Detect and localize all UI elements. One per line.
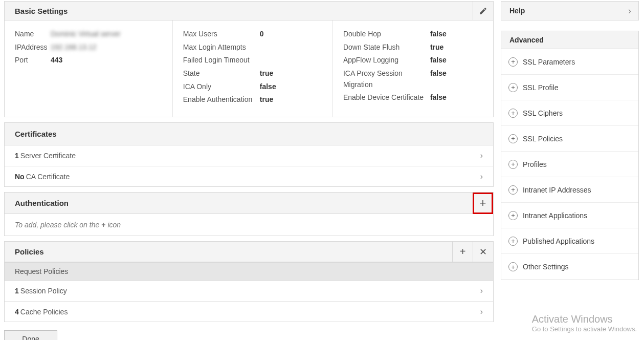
appflow-value: false [430, 55, 447, 66]
session-policy-label: Session Policy [20, 287, 67, 295]
authentication-title: Authentication [15, 199, 69, 207]
authentication-add-button[interactable]: + [473, 193, 493, 214]
down-state-value: true [430, 42, 443, 53]
state-label: State [183, 68, 260, 79]
state-value: true [260, 68, 273, 79]
circle-plus-icon: + [508, 57, 518, 67]
policies-title: Policies [15, 247, 44, 256]
ca-certificate-row[interactable]: NoCA Certificate › [5, 166, 493, 186]
adv-item-intranet-ip[interactable]: + Intranet IP Addresses [501, 177, 638, 203]
device-cert-label: Enable Device Certificate [343, 92, 430, 103]
basic-col-2: Max Users0 Max Login Attempts Failed Log… [173, 20, 333, 117]
adv-item-label: Other Settings [523, 263, 569, 271]
cache-policies-row[interactable]: 4Cache Policies › [5, 301, 493, 322]
port-label: Port [15, 55, 51, 66]
hint-prefix: To add, please click on the [15, 221, 99, 229]
adv-item-label: SSL Ciphers [523, 109, 563, 117]
ca-cert-label: CA Certificate [26, 173, 70, 181]
adv-item-ssl-profile[interactable]: + SSL Profile [501, 75, 638, 100]
circle-plus-icon: + [508, 237, 518, 246]
ica-proxy-label: ICA Proxy Session Migration [343, 68, 430, 90]
plus-icon: + [460, 246, 466, 258]
adv-item-label: SSL Parameters [523, 58, 575, 66]
circle-plus-icon: + [508, 160, 518, 169]
plus-icon: + [480, 197, 486, 210]
adv-item-ssl-policies[interactable]: + SSL Policies [501, 126, 638, 152]
adv-item-label: SSL Profile [523, 83, 559, 92]
ip-label: IPAddress [15, 42, 51, 53]
port-value: 443 [51, 55, 62, 66]
adv-item-label: Published Applications [523, 237, 594, 245]
name-value: Dominic Virtual server [51, 29, 121, 40]
failed-timeout-label: Failed Login Timeout [183, 55, 260, 66]
server-cert-label: Server Certificate [20, 152, 76, 160]
adv-item-label: Intranet IP Addresses [523, 186, 591, 194]
circle-plus-icon: + [508, 185, 518, 195]
session-policy-row[interactable]: 1Session Policy › [5, 281, 493, 301]
authentication-panel: Authentication + To add, please click on… [4, 192, 494, 236]
enable-auth-label: Enable Authentication [183, 94, 260, 105]
cache-policies-label: Cache Policies [20, 308, 68, 316]
chevron-right-icon: › [480, 307, 483, 316]
session-policy-count: 1 [15, 287, 19, 295]
appflow-label: AppFlow Logging [343, 55, 430, 66]
adv-item-ssl-ciphers[interactable]: + SSL Ciphers [501, 100, 638, 126]
circle-plus-icon: + [508, 134, 518, 143]
adv-item-label: Intranet Applications [523, 211, 587, 220]
basic-col-3: Double Hopfalse Down State Flushtrue App… [333, 20, 493, 117]
chevron-right-icon: › [480, 151, 483, 160]
max-users-value: 0 [260, 29, 264, 40]
circle-plus-icon: + [508, 211, 518, 220]
hint-plus: + [101, 221, 105, 229]
server-cert-count: 1 [15, 152, 19, 160]
double-hop-label: Double Hop [343, 29, 430, 40]
basic-settings-title: Basic Settings [15, 7, 68, 15]
adv-item-label: Profiles [523, 160, 547, 168]
policies-subheader: Request Policies [5, 262, 493, 281]
close-icon: ✕ [479, 246, 487, 258]
chevron-right-icon: › [480, 172, 483, 181]
edit-button[interactable] [473, 2, 493, 20]
adv-item-ssl-parameters[interactable]: + SSL Parameters [501, 49, 638, 75]
adv-item-intranet-apps[interactable]: + Intranet Applications [501, 203, 638, 228]
basic-settings-panel: Basic Settings NameDominic Virtual serve… [4, 1, 494, 117]
chevron-right-icon: › [628, 6, 631, 16]
hint-suffix: icon [107, 221, 121, 229]
policies-add-button[interactable]: + [452, 242, 473, 262]
advanced-title: Advanced [509, 36, 544, 44]
cache-policies-count: 4 [15, 308, 19, 316]
name-label: Name [15, 29, 51, 40]
ica-proxy-value: false [430, 68, 447, 90]
circle-plus-icon: + [508, 109, 518, 118]
ca-cert-count: No [15, 173, 25, 181]
authentication-hint: To add, please click on the + icon [5, 214, 493, 236]
max-login-label: Max Login Attempts [183, 42, 260, 53]
max-users-label: Max Users [183, 29, 260, 40]
double-hop-value: false [430, 29, 447, 40]
enable-auth-value: true [260, 94, 273, 105]
chevron-right-icon: › [480, 286, 483, 295]
down-state-label: Down State Flush [343, 42, 430, 53]
adv-item-profiles[interactable]: + Profiles [501, 152, 638, 177]
circle-plus-icon: + [508, 83, 518, 92]
adv-item-published-apps[interactable]: + Published Applications [501, 228, 638, 254]
ip-value: 192.168.13.12 [51, 42, 97, 53]
certificates-panel: Certificates 1Server Certificate › NoCA … [4, 122, 494, 187]
adv-item-other-settings[interactable]: + Other Settings [501, 254, 638, 280]
advanced-header: Advanced [501, 31, 639, 49]
adv-item-label: SSL Policies [523, 135, 563, 143]
server-certificate-row[interactable]: 1Server Certificate › [5, 145, 493, 166]
ica-only-value: false [260, 81, 276, 93]
help-panel[interactable]: Help › [501, 1, 639, 20]
advanced-list: + SSL Parameters + SSL Profile + SSL Cip… [501, 49, 639, 280]
certificates-title: Certificates [15, 130, 57, 138]
circle-plus-icon: + [508, 262, 518, 271]
done-button[interactable]: Done [4, 330, 57, 340]
device-cert-value: false [430, 92, 447, 103]
pencil-icon [479, 7, 487, 15]
ica-only-label: ICA Only [183, 81, 260, 93]
basic-col-1: NameDominic Virtual server IPAddress192.… [5, 20, 173, 117]
help-title: Help [509, 7, 525, 15]
policies-close-button[interactable]: ✕ [473, 242, 493, 262]
policies-panel: Policies + ✕ Request Policies 1Session P… [4, 241, 494, 322]
